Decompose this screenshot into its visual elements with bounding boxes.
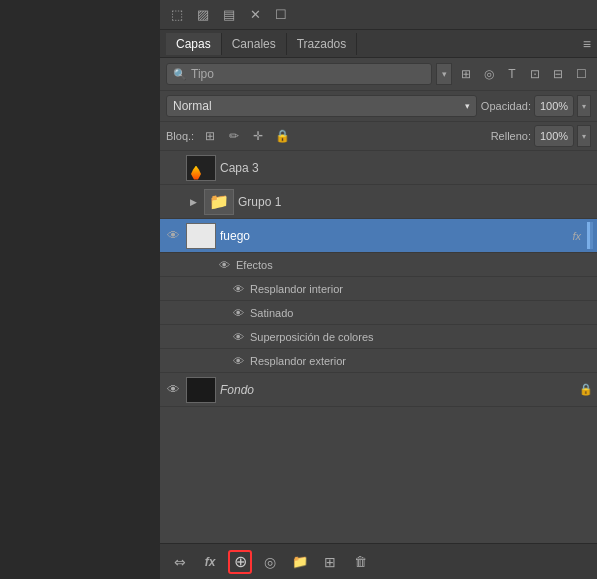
layer-item-capa3[interactable]: Capa 3 bbox=[160, 151, 597, 185]
search-row: 🔍 Tipo ▾ ⊞ ◎ T ⊡ ⊟ ☐ bbox=[160, 58, 597, 91]
fx-badge-fuego: fx bbox=[572, 230, 581, 242]
panel-menu-icon[interactable]: ≡ bbox=[583, 36, 591, 52]
filter-icon-image[interactable]: ⊞ bbox=[456, 64, 476, 84]
visibility-icon-fondo[interactable]: 👁 bbox=[164, 381, 182, 399]
delete-icon[interactable]: 🗑 bbox=[348, 550, 372, 574]
layer-thumb-fuego bbox=[186, 223, 216, 249]
effect-item-resplandor-exterior[interactable]: 👁 Resplandor exterior bbox=[160, 349, 597, 373]
tab-trazados[interactable]: Trazados bbox=[287, 33, 358, 55]
search-tipo-label: Tipo bbox=[191, 67, 214, 81]
effect-eye-resplandor-exterior[interactable]: 👁 bbox=[230, 353, 246, 369]
layer-item-fondo[interactable]: 👁 Fondo 🔒 bbox=[160, 373, 597, 407]
toolbar-icon-3[interactable]: ▤ bbox=[218, 4, 240, 26]
layer-name-fondo: Fondo bbox=[220, 383, 575, 397]
effects-group-label[interactable]: 👁 Efectos bbox=[160, 253, 597, 277]
visibility-icon-fuego[interactable]: 👁 bbox=[164, 227, 182, 245]
layers-list: Capa 3 ▶ 📁 Grupo 1 👁 fuego fx 👁 Efectos … bbox=[160, 151, 597, 543]
toolbar-icon-1[interactable]: ⬚ bbox=[166, 4, 188, 26]
folder-icon[interactable]: 📁 bbox=[288, 550, 312, 574]
fill-value-field[interactable]: 100% bbox=[534, 125, 574, 147]
fill-dropdown-arrow[interactable]: ▾ bbox=[577, 125, 591, 147]
filter-icon-extra[interactable]: ☐ bbox=[571, 64, 591, 84]
new-layer-icon[interactable]: ⊞ bbox=[318, 550, 342, 574]
layer-thumb-capa3 bbox=[186, 155, 216, 181]
effect-item-satinado[interactable]: 👁 Satinado bbox=[160, 301, 597, 325]
filter-icon-shape[interactable]: ⊡ bbox=[525, 64, 545, 84]
layer-name-grupo1: Grupo 1 bbox=[238, 195, 593, 209]
fx-icon[interactable]: fx bbox=[198, 550, 222, 574]
expand-arrow-grupo1[interactable]: ▶ bbox=[186, 195, 200, 209]
effects-label: Efectos bbox=[236, 259, 273, 271]
lock-draw-icon[interactable]: ✏ bbox=[224, 126, 244, 146]
effect-item-resplandor-interior[interactable]: 👁 Resplandor interior bbox=[160, 277, 597, 301]
toolbar-icon-5[interactable]: ☐ bbox=[270, 4, 292, 26]
layer-name-fuego: fuego bbox=[220, 229, 568, 243]
filter-search-box[interactable]: 🔍 Tipo bbox=[166, 63, 432, 85]
link-icon[interactable]: ⇔ bbox=[168, 550, 192, 574]
effect-eye-satinado[interactable]: 👁 bbox=[230, 305, 246, 321]
tab-capas[interactable]: Capas bbox=[166, 33, 222, 55]
layer-thumb-fondo bbox=[186, 377, 216, 403]
effect-item-superposicion[interactable]: 👁 Superposición de colores bbox=[160, 325, 597, 349]
tab-canales[interactable]: Canales bbox=[222, 33, 287, 55]
effect-name-resplandor-exterior: Resplandor exterior bbox=[250, 355, 346, 367]
circle-icon[interactable]: ◎ bbox=[258, 550, 282, 574]
effect-name-satinado: Satinado bbox=[250, 307, 293, 319]
filter-icon-effect[interactable]: ⊟ bbox=[548, 64, 568, 84]
opacity-value-field[interactable]: 100% bbox=[534, 95, 574, 117]
layer-thumb-grupo1: 📁 bbox=[204, 189, 234, 215]
fondo-lock-icon: 🔒 bbox=[579, 383, 593, 397]
new-adjustment-icon[interactable]: ⊕ bbox=[228, 550, 252, 574]
blend-mode-value: Normal bbox=[173, 99, 212, 113]
layers-panel: ⬚ ▨ ▤ ✕ ☐ Capas Canales Trazados ≡ 🔍 Tip… bbox=[160, 0, 597, 579]
lock-label: Bloq.: bbox=[166, 130, 194, 142]
effects-eye-icon[interactable]: 👁 bbox=[216, 257, 232, 273]
lock-all-icon[interactable]: 🔒 bbox=[272, 126, 292, 146]
layer-item-grupo1[interactable]: ▶ 📁 Grupo 1 bbox=[160, 185, 597, 219]
lock-row: Bloq.: ⊞ ✏ ✛ 🔒 Relleno: 100% ▾ bbox=[160, 122, 597, 151]
effect-name-superposicion: Superposición de colores bbox=[250, 331, 374, 343]
blend-mode-row: Normal ▾ Opacidad: 100% ▾ bbox=[160, 91, 597, 122]
lock-pixels-icon[interactable]: ⊞ bbox=[200, 126, 220, 146]
fill-label: Relleno: bbox=[491, 130, 531, 142]
search-filter-icons: ⊞ ◎ T ⊡ ⊟ ☐ bbox=[456, 64, 591, 84]
fill-control: Relleno: 100% ▾ bbox=[491, 125, 591, 147]
effect-name-resplandor-interior: Resplandor interior bbox=[250, 283, 343, 295]
lock-move-icon[interactable]: ✛ bbox=[248, 126, 268, 146]
bottom-toolbar: ⇔ fx ⊕ ◎ 📁 ⊞ 🗑 bbox=[160, 543, 597, 579]
layer-item-fuego[interactable]: 👁 fuego fx bbox=[160, 219, 597, 253]
blend-mode-dropdown[interactable]: Normal ▾ bbox=[166, 95, 477, 117]
toolbar-icon-2[interactable]: ▨ bbox=[192, 4, 214, 26]
effect-eye-resplandor-interior[interactable]: 👁 bbox=[230, 281, 246, 297]
left-panel bbox=[0, 0, 160, 579]
top-toolbar: ⬚ ▨ ▤ ✕ ☐ bbox=[160, 0, 597, 30]
opacity-control: Opacidad: 100% ▾ bbox=[481, 95, 591, 117]
layer-name-capa3: Capa 3 bbox=[220, 161, 593, 175]
blend-mode-arrow: ▾ bbox=[465, 101, 470, 111]
toolbar-icon-4[interactable]: ✕ bbox=[244, 4, 266, 26]
opacity-dropdown-arrow[interactable]: ▾ bbox=[577, 95, 591, 117]
filter-icon-circle[interactable]: ◎ bbox=[479, 64, 499, 84]
effect-eye-superposicion[interactable]: 👁 bbox=[230, 329, 246, 345]
search-dropdown-arrow[interactable]: ▾ bbox=[436, 63, 452, 85]
opacity-label: Opacidad: bbox=[481, 100, 531, 112]
filter-icon-type[interactable]: T bbox=[502, 64, 522, 84]
search-icon: 🔍 bbox=[173, 68, 187, 81]
tab-bar: Capas Canales Trazados ≡ bbox=[160, 30, 597, 58]
